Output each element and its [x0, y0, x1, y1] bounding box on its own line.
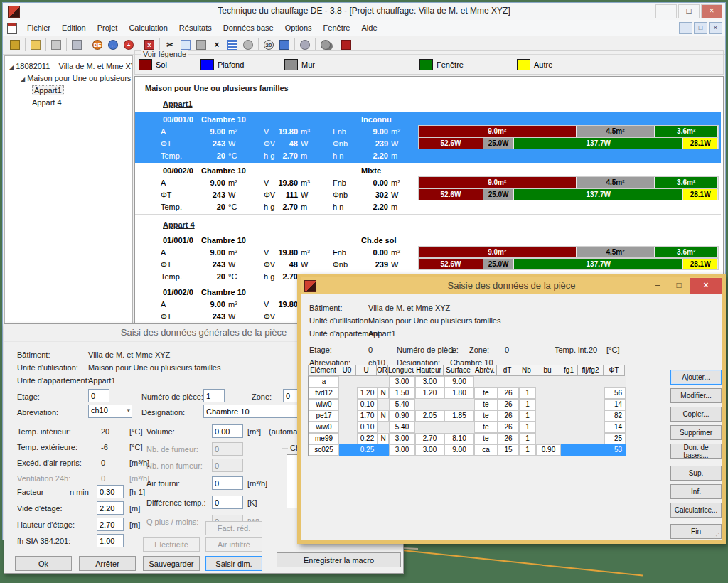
- navigate-icon[interactable]: ↔: [105, 37, 121, 53]
- gd-numero-label: Numéro de pièce:: [141, 392, 203, 402]
- gd-left-input-5[interactable]: [97, 501, 124, 515]
- col-header-10[interactable]: bu: [535, 365, 560, 376]
- inf-button[interactable]: Inf.: [670, 484, 722, 499]
- supprimer-button[interactable]: Supprimer: [670, 425, 722, 440]
- sup-button[interactable]: Sup.: [670, 466, 722, 481]
- close-button[interactable]: ×: [701, 4, 722, 18]
- abreviation-combo[interactable]: ch10 ▾: [88, 405, 132, 418]
- ajouter-button[interactable]: Ajouter...: [670, 370, 722, 385]
- gd-abrev-label: Abreviation:: [17, 407, 58, 418]
- col-header-3[interactable]: OR: [377, 365, 388, 376]
- ok-button[interactable]: Ok: [15, 556, 72, 571]
- room-row-00/001/0[interactable]: 00/001/0Chambre 10InconnuA9.00m²V19.80m³…: [135, 112, 721, 163]
- rd-close-button[interactable]: ×: [690, 278, 722, 294]
- menu-options[interactable]: Options: [279, 21, 318, 34]
- rd-zone-value: 0: [505, 345, 509, 355]
- modifier-button[interactable]: Modifier...: [670, 388, 722, 403]
- col-header-4[interactable]: Longueur: [388, 365, 414, 376]
- col-header-1[interactable]: U0: [338, 365, 356, 376]
- legend-title: Voir légende: [141, 50, 188, 58]
- gd-left-input-4[interactable]: [97, 485, 124, 498]
- menu-données-base[interactable]: Données base: [218, 21, 279, 34]
- tree-item-3[interactable]: Appart 4: [5, 97, 132, 109]
- element-row-wiw0[interactable]: wiw00.105.40te26114: [309, 399, 626, 410]
- rd-minimize-button[interactable]: –: [647, 278, 668, 294]
- de-icon[interactable]: DE: [90, 37, 105, 53]
- room-row-00/002/0[interactable]: 00/002/0Chambre 10MixteA9.00m²V19.80m³Fn…: [135, 163, 721, 215]
- elements-table: ElémentU0UORLongueurHauteurSurfaceAbrèv.…: [308, 365, 626, 456]
- don-de-bases-button[interactable]: Don. de bases...: [670, 444, 722, 459]
- gd-right-input-3[interactable]: [212, 476, 243, 490]
- calculator-icon[interactable]: [69, 37, 85, 53]
- col-header-0[interactable]: Elément: [308, 365, 338, 376]
- gd-batiment-label: Bâtiment:: [17, 350, 50, 360]
- menu-projet[interactable]: Projet: [92, 21, 124, 34]
- gd-right-input-0[interactable]: [212, 424, 243, 438]
- gd-left-input-7[interactable]: [97, 534, 124, 547]
- mdi-restore-button[interactable]: □: [694, 22, 707, 34]
- gd-left-input-6[interactable]: [97, 518, 124, 531]
- gd-etage-label: Etage:: [17, 392, 40, 402]
- col-header-13[interactable]: ΦT: [604, 365, 625, 376]
- col-header-5[interactable]: Hauteur: [414, 365, 444, 376]
- exit-icon[interactable]: [7, 37, 23, 53]
- tree-expander-icon[interactable]: ◢: [9, 64, 14, 70]
- tree-item-0[interactable]: ◢18082011 Villa de M. et Mme XYZ: [5, 60, 132, 73]
- element-row-a[interactable]: a3.003.009.00: [309, 376, 626, 387]
- mdi-close-button[interactable]: ×: [709, 22, 722, 34]
- col-header-6[interactable]: Surface: [444, 365, 473, 376]
- gd-right-label-4: Différence temp.:: [146, 498, 206, 508]
- rd-unite-util-label: Unité d'utilisation:: [309, 316, 370, 326]
- mdi-document-icon[interactable]: [7, 23, 17, 34]
- gd-right-input-4[interactable]: [212, 496, 243, 509]
- gd-right-input-2: [212, 459, 243, 472]
- rd-etage-label: Etage:: [309, 345, 332, 355]
- mdi-minimize-button[interactable]: –: [679, 22, 692, 34]
- tree-expander-icon[interactable]: ◢: [21, 76, 25, 82]
- element-row-fvd12[interactable]: fvd121.20N1.501.201.80te26156: [309, 387, 626, 399]
- gd-unite-util-value: Maison pour Une ou plusieurs familles: [88, 363, 220, 373]
- element-row-wiw0[interactable]: wiw00.105.40te26114: [309, 422, 626, 433]
- numero-piece-input[interactable]: [203, 389, 225, 402]
- gd-right-label-1: Nb. de fumeur:: [146, 444, 198, 455]
- menu-fenêtre[interactable]: Fenêtre: [318, 21, 356, 34]
- print-icon[interactable]: [48, 37, 64, 53]
- tree-item-1[interactable]: ◢Maison pour Une ou plusieurs: [5, 73, 132, 85]
- col-header-2[interactable]: U: [356, 365, 377, 376]
- menu-résultats[interactable]: Résultats: [173, 21, 218, 34]
- tree-item-2[interactable]: Appart1: [5, 85, 132, 97]
- menu-bar: FichierEditionProjetCalculationRésultats…: [3, 20, 725, 36]
- element-row-pe17[interactable]: pe171.70N0.902.051.85te26182: [309, 410, 626, 422]
- minimize-button[interactable]: –: [655, 4, 677, 18]
- element-row-sc025[interactable]: sc0250.253.003.009.00ca1510.9053: [309, 444, 626, 456]
- etage-input[interactable]: [88, 389, 109, 402]
- saisir-dim-button[interactable]: Saisir dim.: [205, 556, 262, 571]
- gd-batiment-value: Villa de M. et Mme XYZ: [88, 350, 170, 360]
- resize-grip[interactable]: ⋰: [713, 532, 720, 540]
- arreter-button[interactable]: Arrêter: [79, 556, 136, 571]
- element-row-me99[interactable]: me990.22N3.002.708.10te26125: [309, 433, 626, 444]
- gd-left-label-5: Vide d'étage:: [17, 503, 63, 514]
- enregistrer-macro-button[interactable]: Enregistrer la macro: [277, 552, 401, 567]
- rd-batiment-label: Bâtiment:: [309, 303, 342, 314]
- menu-calculation[interactable]: Calculation: [123, 21, 173, 34]
- col-header-8[interactable]: dT: [497, 365, 518, 376]
- maximize-button[interactable]: □: [678, 4, 700, 18]
- gd-left-label-2: Excéd. d'air repris:: [17, 458, 82, 469]
- menu-fichier[interactable]: Fichier: [21, 21, 56, 34]
- col-header-11[interactable]: fg1: [560, 365, 578, 376]
- sauvegarder-button[interactable]: Sauvegarder: [143, 556, 200, 571]
- rd-unite-util-value: Maison pour Une ou plusieurs familles: [368, 316, 500, 326]
- rd-etage-value: 0: [368, 345, 373, 355]
- rd-maximize-button[interactable]: □: [668, 278, 690, 294]
- copier-button[interactable]: Copier...: [670, 407, 722, 422]
- menu-aide[interactable]: Aide: [355, 21, 382, 34]
- air-infiltre-button: Air infiltré: [205, 537, 262, 552]
- menu-edition[interactable]: Edition: [56, 21, 92, 34]
- col-header-9[interactable]: Nb: [518, 365, 535, 376]
- rd-temp-int-label: Temp. int.:: [555, 345, 591, 355]
- calculatrice-button[interactable]: Calculatrice...: [670, 503, 722, 518]
- col-header-12[interactable]: fij/fg2: [578, 365, 604, 376]
- col-header-7[interactable]: Abrèv.: [473, 365, 497, 376]
- open-folder-icon[interactable]: [28, 37, 43, 53]
